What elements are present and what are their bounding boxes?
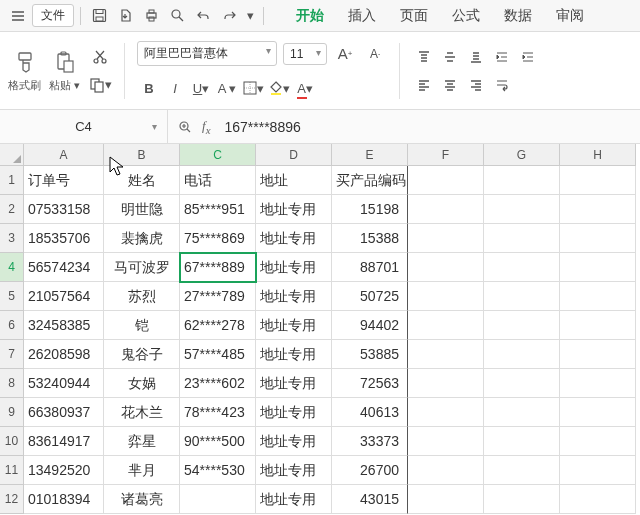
cell[interactable] <box>560 485 636 514</box>
paste-icon[interactable] <box>51 48 79 76</box>
dropdown-icon[interactable]: ▾ <box>243 4 257 28</box>
cell[interactable]: 40613 <box>332 398 408 427</box>
cell[interactable] <box>484 485 560 514</box>
cell[interactable]: 88701 <box>332 253 408 282</box>
align-top-icon[interactable] <box>412 45 436 69</box>
cell[interactable] <box>408 253 484 282</box>
spreadsheet[interactable]: ABCDEFGH1订单号姓名电话地址买产品编码207533158明世隐85***… <box>0 144 640 514</box>
cell[interactable]: 鬼谷子 <box>104 340 180 369</box>
cell[interactable]: 18535706 <box>24 224 104 253</box>
cell[interactable]: 地址专用 <box>256 340 332 369</box>
column-header[interactable]: C <box>180 144 256 166</box>
redo-icon[interactable] <box>217 4 241 28</box>
row-header[interactable]: 12 <box>0 485 24 514</box>
cell[interactable] <box>560 224 636 253</box>
cell[interactable] <box>180 485 256 514</box>
cell[interactable]: 26208598 <box>24 340 104 369</box>
increase-font-icon[interactable]: A+ <box>333 42 357 66</box>
cell[interactable] <box>484 253 560 282</box>
cell[interactable]: 地址专用 <box>256 282 332 311</box>
border-button[interactable]: ▾ <box>241 76 265 100</box>
cell[interactable]: 地址专用 <box>256 485 332 514</box>
row-header[interactable]: 7 <box>0 340 24 369</box>
cell[interactable]: 地址专用 <box>256 427 332 456</box>
cell[interactable]: 32458385 <box>24 311 104 340</box>
export-icon[interactable] <box>113 4 137 28</box>
cell[interactable] <box>408 282 484 311</box>
cell[interactable]: 94402 <box>332 311 408 340</box>
cell[interactable]: 地址专用 <box>256 224 332 253</box>
column-header[interactable]: E <box>332 144 408 166</box>
align-left-icon[interactable] <box>412 73 436 97</box>
cell[interactable]: 85****951 <box>180 195 256 224</box>
cell[interactable] <box>408 398 484 427</box>
expand-icon[interactable] <box>178 120 192 134</box>
cell[interactable]: 83614917 <box>24 427 104 456</box>
cell[interactable]: 53885 <box>332 340 408 369</box>
cell[interactable]: 马可波罗 <box>104 253 180 282</box>
cell[interactable]: 26700 <box>332 456 408 485</box>
decrease-indent-icon[interactable] <box>490 45 514 69</box>
row-header[interactable]: 2 <box>0 195 24 224</box>
decrease-font-icon[interactable]: A- <box>363 42 387 66</box>
cell[interactable]: 13492520 <box>24 456 104 485</box>
column-header[interactable]: B <box>104 144 180 166</box>
row-header[interactable]: 5 <box>0 282 24 311</box>
cell[interactable] <box>408 427 484 456</box>
italic-button[interactable]: I <box>163 76 187 100</box>
bold-button[interactable]: B <box>137 76 161 100</box>
column-header[interactable]: G <box>484 144 560 166</box>
cell[interactable] <box>560 195 636 224</box>
cell[interactable]: 订单号 <box>24 166 104 195</box>
cell[interactable] <box>560 311 636 340</box>
cell[interactable]: 90****500 <box>180 427 256 456</box>
cell[interactable] <box>484 427 560 456</box>
cell[interactable]: 01018394 <box>24 485 104 514</box>
cell[interactable]: 53240944 <box>24 369 104 398</box>
cell[interactable] <box>408 456 484 485</box>
cell[interactable]: 地址专用 <box>256 253 332 282</box>
cell[interactable]: 铠 <box>104 311 180 340</box>
cell[interactable] <box>408 195 484 224</box>
cell[interactable]: 苏烈 <box>104 282 180 311</box>
cell[interactable]: 62****278 <box>180 311 256 340</box>
preview-icon[interactable] <box>165 4 189 28</box>
cell[interactable] <box>484 195 560 224</box>
cell[interactable]: 花木兰 <box>104 398 180 427</box>
select-all-corner[interactable] <box>0 144 24 166</box>
copy-icon[interactable]: ▾ <box>88 73 112 97</box>
cell[interactable]: 78****423 <box>180 398 256 427</box>
name-box[interactable]: C4 ▾ <box>0 110 168 143</box>
row-header[interactable]: 8 <box>0 369 24 398</box>
hamburger-icon[interactable] <box>6 4 30 28</box>
save-icon[interactable] <box>87 4 111 28</box>
column-header[interactable]: H <box>560 144 636 166</box>
cell[interactable] <box>408 485 484 514</box>
align-center-icon[interactable] <box>438 73 462 97</box>
cell[interactable]: 女娲 <box>104 369 180 398</box>
cell[interactable] <box>408 166 484 195</box>
underline-button[interactable]: U ▾ <box>189 76 213 100</box>
cell[interactable]: 50725 <box>332 282 408 311</box>
cell[interactable]: 买产品编码 <box>332 166 408 195</box>
cell[interactable] <box>560 340 636 369</box>
cell[interactable] <box>484 369 560 398</box>
cell[interactable]: 电话 <box>180 166 256 195</box>
cell[interactable]: 21057564 <box>24 282 104 311</box>
cell[interactable] <box>408 311 484 340</box>
cell[interactable] <box>560 427 636 456</box>
file-menu[interactable]: 文件 <box>32 4 74 27</box>
cell[interactable] <box>484 340 560 369</box>
column-header[interactable]: D <box>256 144 332 166</box>
cell[interactable]: 芈月 <box>104 456 180 485</box>
font-color-button[interactable]: A ▾ <box>293 76 317 100</box>
tab-page[interactable]: 页面 <box>398 3 430 29</box>
cell[interactable]: 54****530 <box>180 456 256 485</box>
cell[interactable]: 56574234 <box>24 253 104 282</box>
row-header[interactable]: 6 <box>0 311 24 340</box>
cell[interactable]: 地址专用 <box>256 398 332 427</box>
increase-indent-icon[interactable] <box>516 45 540 69</box>
cell[interactable] <box>560 282 636 311</box>
cell[interactable]: 67****889 <box>180 253 256 282</box>
cell[interactable]: 地址专用 <box>256 456 332 485</box>
